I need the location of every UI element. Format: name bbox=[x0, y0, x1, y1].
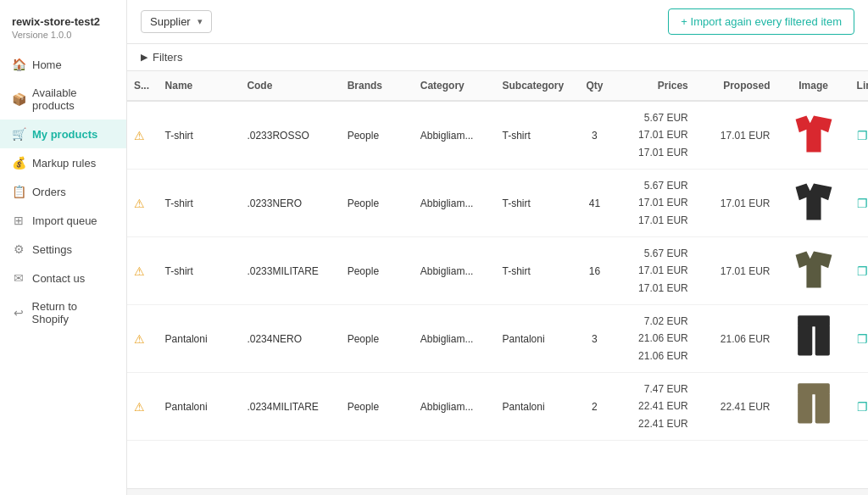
row-subcategory-0: T-shirt bbox=[496, 101, 576, 170]
row-brands-0: People bbox=[341, 101, 414, 170]
contact-us-icon: ✉ bbox=[12, 271, 25, 285]
svg-rect-7 bbox=[798, 392, 812, 423]
filters-label: Filters bbox=[153, 51, 182, 64]
col-header-brands: Brands bbox=[341, 71, 414, 101]
row-link-0[interactable]: ❐ bbox=[850, 101, 868, 170]
row-link-1[interactable]: ❐ bbox=[850, 170, 868, 237]
row-brands-4: People bbox=[341, 373, 414, 441]
settings-icon: ⚙ bbox=[12, 242, 25, 256]
table-row: ⚠ T-shirt .0233ROSSO People Abbigliam...… bbox=[127, 101, 868, 170]
row-category-4: Abbigliam... bbox=[414, 373, 496, 441]
svg-rect-4 bbox=[798, 325, 812, 355]
row-image-0 bbox=[777, 101, 850, 170]
row-proposed-4: 22.41 EUR bbox=[695, 373, 777, 441]
external-link-icon[interactable]: ❐ bbox=[857, 332, 868, 346]
import-again-label: + Import again every filtered item bbox=[681, 15, 842, 28]
row-qty-0: 3 bbox=[576, 101, 613, 170]
row-prices-2: 5.67 EUR17.01 EUR17.01 EUR bbox=[613, 237, 695, 305]
row-code-3: .0234NERO bbox=[240, 305, 340, 373]
external-link-icon[interactable]: ❐ bbox=[857, 264, 868, 278]
products-table: S... Name Code Brands Category Subcatego… bbox=[127, 71, 868, 441]
warning-icon: ⚠ bbox=[134, 197, 145, 210]
row-qty-2: 16 bbox=[576, 237, 613, 305]
sidebar-item-return-shopify[interactable]: ↩ Return to Shopify bbox=[0, 292, 126, 333]
topbar: Supplier ▾ + Import again every filtered… bbox=[127, 0, 868, 44]
row-qty-3: 3 bbox=[576, 305, 613, 373]
filters-row[interactable]: ▶ Filters bbox=[127, 44, 868, 71]
row-category-3: Abbigliam... bbox=[414, 305, 496, 373]
col-header-proposed: Proposed bbox=[695, 71, 777, 101]
sidebar: rewix-store-test2 Versione 1.0.0 🏠 Home … bbox=[0, 0, 127, 495]
supplier-dropdown[interactable]: Supplier ▾ bbox=[141, 10, 212, 33]
row-status-3: ⚠ bbox=[127, 305, 159, 373]
import-again-button[interactable]: + Import again every filtered item bbox=[668, 8, 854, 35]
app-brand: rewix-store-test2 bbox=[0, 8, 126, 30]
row-qty-4: 2 bbox=[576, 373, 613, 441]
sidebar-item-settings-label: Settings bbox=[32, 243, 72, 256]
sidebar-item-available-products-label: Available products bbox=[32, 86, 114, 112]
sidebar-item-import-queue-label: Import queue bbox=[32, 214, 97, 227]
markup-rules-icon: 💰 bbox=[12, 156, 25, 170]
row-subcategory-3: Pantaloni bbox=[496, 305, 576, 373]
row-link-4[interactable]: ❐ bbox=[850, 373, 868, 441]
row-prices-1: 5.67 EUR17.01 EUR17.01 EUR bbox=[613, 170, 695, 237]
row-status-2: ⚠ bbox=[127, 237, 159, 305]
filters-chevron-icon: ▶ bbox=[141, 52, 147, 63]
row-name-2: T-shirt bbox=[159, 237, 241, 305]
sidebar-item-home-label: Home bbox=[32, 58, 62, 71]
col-header-code: Code bbox=[240, 71, 340, 101]
svg-marker-2 bbox=[795, 252, 832, 288]
app-version: Versione 1.0.0 bbox=[0, 30, 126, 50]
warning-icon: ⚠ bbox=[134, 332, 145, 346]
products-table-container: S... Name Code Brands Category Subcatego… bbox=[127, 71, 868, 488]
row-image-4 bbox=[777, 373, 850, 441]
row-subcategory-4: Pantaloni bbox=[496, 373, 576, 441]
col-header-image: Image bbox=[777, 71, 850, 101]
row-link-3[interactable]: ❐ bbox=[850, 305, 868, 373]
col-header-category: Category bbox=[414, 71, 496, 101]
sidebar-item-markup-rules[interactable]: 💰 Markup rules bbox=[0, 148, 126, 177]
row-code-1: .0233NERO bbox=[240, 170, 340, 237]
row-brands-3: People bbox=[341, 305, 414, 373]
sidebar-item-import-queue[interactable]: ⊞ Import queue bbox=[0, 206, 126, 235]
row-status-0: ⚠ bbox=[127, 101, 159, 170]
external-link-icon[interactable]: ❐ bbox=[857, 400, 868, 414]
row-name-0: T-shirt bbox=[159, 101, 241, 170]
row-brands-1: People bbox=[341, 170, 414, 237]
row-proposed-3: 21.06 EUR bbox=[695, 305, 777, 373]
warning-icon: ⚠ bbox=[134, 400, 145, 414]
row-category-0: Abbigliam... bbox=[414, 101, 496, 170]
scrollbar-area bbox=[127, 488, 868, 495]
svg-rect-8 bbox=[815, 392, 829, 423]
orders-icon: 📋 bbox=[12, 185, 25, 198]
sidebar-item-available-products[interactable]: 📦 Available products bbox=[0, 79, 126, 120]
sidebar-item-contact-us[interactable]: ✉ Contact us bbox=[0, 264, 126, 292]
warning-icon: ⚠ bbox=[134, 264, 145, 278]
row-proposed-1: 17.01 EUR bbox=[695, 170, 777, 237]
return-shopify-icon: ↩ bbox=[12, 306, 25, 320]
main-content: Supplier ▾ + Import again every filtered… bbox=[127, 0, 868, 495]
row-name-3: Pantaloni bbox=[159, 305, 241, 373]
row-proposed-2: 17.01 EUR bbox=[695, 237, 777, 305]
svg-marker-1 bbox=[795, 184, 832, 220]
my-products-icon: 🛒 bbox=[12, 127, 25, 141]
row-status-1: ⚠ bbox=[127, 170, 159, 237]
col-header-prices: Prices bbox=[613, 71, 695, 101]
warning-icon: ⚠ bbox=[134, 129, 145, 142]
sidebar-item-orders[interactable]: 📋 Orders bbox=[0, 177, 126, 206]
sidebar-item-settings[interactable]: ⚙ Settings bbox=[0, 235, 126, 264]
row-link-2[interactable]: ❐ bbox=[850, 237, 868, 305]
external-link-icon[interactable]: ❐ bbox=[857, 197, 868, 210]
chevron-down-icon: ▾ bbox=[198, 16, 203, 27]
sidebar-item-my-products[interactable]: 🛒 My products bbox=[0, 120, 126, 148]
sidebar-item-contact-us-label: Contact us bbox=[32, 272, 85, 285]
home-icon: 🏠 bbox=[12, 58, 25, 71]
row-subcategory-1: T-shirt bbox=[496, 170, 576, 237]
col-header-qty: Qty bbox=[576, 71, 613, 101]
row-code-2: .0233MILITARE bbox=[240, 237, 340, 305]
external-link-icon[interactable]: ❐ bbox=[857, 129, 868, 142]
row-prices-3: 7.02 EUR21.06 EUR21.06 EUR bbox=[613, 305, 695, 373]
sidebar-item-home[interactable]: 🏠 Home bbox=[0, 50, 126, 79]
row-code-4: .0234MILITARE bbox=[240, 373, 340, 441]
table-row: ⚠ T-shirt .0233MILITARE People Abbigliam… bbox=[127, 237, 868, 305]
